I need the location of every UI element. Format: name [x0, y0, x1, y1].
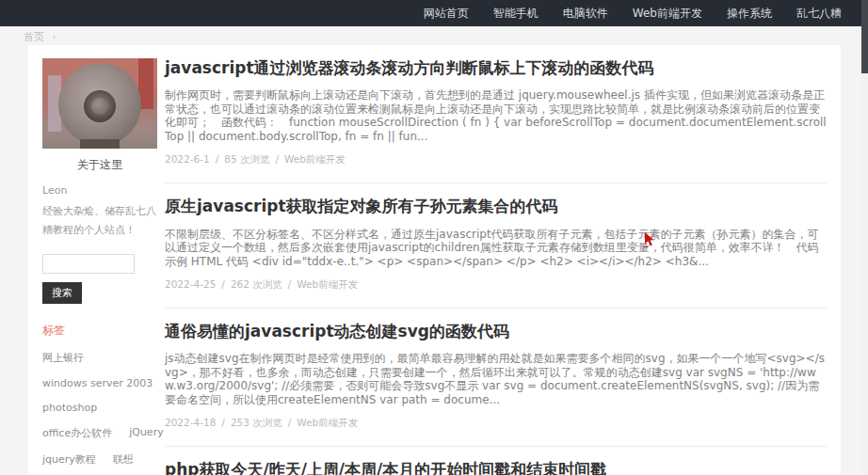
search-input[interactable] [42, 254, 135, 274]
photo-pedestal [80, 139, 120, 149]
meta-separator: / [275, 153, 279, 165]
article-title-link[interactable]: php获取今天/昨天/上周/本周/本月的开始时间戳和结束时间戳 [165, 460, 827, 475]
article-views: 253 次浏览 [231, 417, 282, 428]
article-excerpt: 不限制层级、不区分标签名、不区分样式名，通过原生javascript代码获取所有… [165, 228, 827, 269]
article-category-link[interactable]: Web前端开发 [284, 153, 346, 165]
article-title-link[interactable]: 原生javascript获取指定对象所有子孙元素集合的代码 [165, 197, 827, 216]
tag-link[interactable]: jquery教程 [42, 452, 96, 467]
nav-item-web-frontend[interactable]: Web前端开发 [620, 0, 715, 26]
nav-item-smartphone[interactable]: 智能手机 [481, 0, 551, 26]
tag-link[interactable]: windows server 2003 [42, 377, 153, 389]
breadcrumb: 首页 › [24, 30, 56, 44]
article-date: 2022-4-25 [165, 278, 216, 290]
tag-link[interactable]: jQuery [129, 426, 164, 440]
article-meta: 2022-4-18/253 次浏览/Web前端开发 [165, 417, 827, 430]
article-date: 2022-4-18 [165, 417, 216, 428]
article-excerpt: js动态创建svg在制作网页时是经常使用到的，最简单最容易理解的用处就是如果需要… [165, 352, 827, 406]
article-category-link[interactable]: Web前端开发 [297, 278, 358, 290]
meta-separator: / [288, 278, 292, 290]
nav-item-software[interactable]: 电脑软件 [551, 0, 620, 26]
article-meta: 2022-4-25/262 次浏览/Web前端开发 [165, 278, 827, 292]
meta-separator: / [221, 278, 225, 290]
meta-separator: / [216, 153, 219, 165]
article-views: 262 次浏览 [231, 278, 282, 290]
photo-stone-hub [91, 98, 108, 115]
article-meta: 2022-6-1/85 次浏览/Web前端开发 [165, 153, 827, 166]
red-cursor-artifact [643, 231, 656, 248]
page-scrollbar-thumb[interactable] [861, 0, 868, 73]
article-list: javascript通过浏览器滚动条滚动方向判断鼠标上下滚动的函数代码 制作网页… [165, 45, 827, 475]
article-category-link[interactable]: Web前端开发 [297, 417, 358, 428]
tag-link[interactable]: 联想 [113, 452, 134, 467]
article-title-link[interactable]: javascript通过浏览器滚动条滚动方向判断鼠标上下滚动的函数代码 [165, 58, 827, 78]
breadcrumb-separator: › [53, 31, 56, 43]
sidebar: 关于这里 Leon 经验大杂烩、储存乱七八糟教程的个人站点！ 搜索 标签 网上银… [42, 58, 157, 475]
author-name: Leon [42, 184, 157, 197]
meta-separator: / [288, 417, 292, 428]
article-title-link[interactable]: 通俗易懂的javascript动态创建svg的函数代码 [165, 322, 827, 341]
author-bio: 经验大杂烩、储存乱七八糟教程的个人站点！ [42, 202, 157, 241]
content-card: 关于这里 Leon 经验大杂烩、储存乱七八糟教程的个人站点！ 搜索 标签 网上银… [28, 45, 841, 475]
meta-separator: / [221, 417, 225, 428]
tag-link[interactable]: office办公软件 [42, 426, 112, 440]
article-item: 原生javascript获取指定对象所有子孙元素集合的代码 不限制层级、不区分标… [165, 183, 827, 309]
tag-link[interactable]: photoshop [42, 402, 97, 414]
search-button[interactable]: 搜索 [42, 282, 82, 304]
nav-item-home[interactable]: 网站首页 [411, 0, 481, 26]
breadcrumb-home-link[interactable]: 首页 [24, 31, 44, 43]
tag-link[interactable]: 网上银行 [42, 351, 84, 365]
nav-item-os[interactable]: 操作系统 [715, 0, 784, 26]
article-item: 通俗易懂的javascript动态创建svg的函数代码 js动态创建svg在制作… [165, 309, 827, 447]
article-views: 85 次浏览 [224, 153, 269, 165]
article-item: php获取今天/昨天/上周/本周/本月的开始时间戳和结束时间戳 一些网站常用的期… [165, 447, 827, 475]
article-excerpt: 制作网页时，需要判断鼠标向上滚动还是向下滚动，首先想到的是通过 jquery.m… [165, 88, 827, 143]
top-navigation: 网站首页 智能手机 电脑软件 Web前端开发 操作系统 乱七八糟 [0, 0, 861, 26]
about-photo[interactable] [42, 58, 157, 149]
about-caption: 关于这里 [42, 157, 157, 173]
article-date: 2022-6-1 [165, 153, 210, 165]
tags-heading: 标签 [42, 323, 157, 339]
article-item: javascript通过浏览器滚动条滚动方向判断鼠标上下滚动的函数代码 制作网页… [165, 45, 827, 183]
nav-item-misc[interactable]: 乱七八糟 [784, 0, 854, 26]
